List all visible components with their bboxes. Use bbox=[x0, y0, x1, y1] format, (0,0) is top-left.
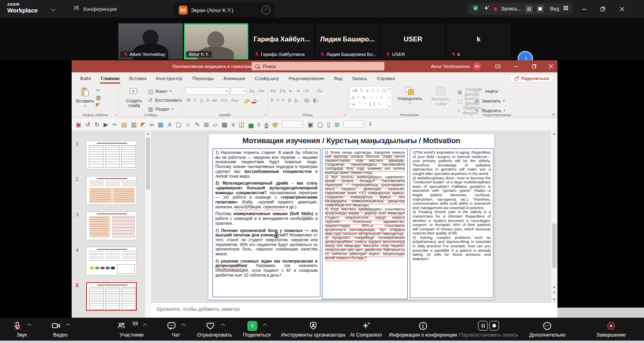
participant-tile[interactable]: Ainur K.Y. bbox=[184, 23, 248, 60]
align-right-icon[interactable]: ≡ bbox=[282, 97, 285, 103]
ribbon-tab-5[interactable]: Переходы bbox=[187, 74, 219, 83]
group-icon[interactable]: ▣ bbox=[308, 121, 313, 127]
slide-thumbnail-3[interactable]: 3 bbox=[86, 212, 137, 240]
group-objects-icon[interactable]: ◫ bbox=[239, 121, 245, 127]
line-spacing-icon[interactable]: ↕≡▾ bbox=[303, 88, 310, 94]
eraser-icon[interactable]: ◊ bbox=[257, 121, 260, 127]
link-icon[interactable]: ∞ bbox=[149, 121, 154, 127]
text-direction-icon[interactable]: ↓A▾ bbox=[316, 88, 323, 94]
chevron-up-icon[interactable] bbox=[27, 323, 31, 328]
section-button[interactable]: Раздел bbox=[155, 107, 169, 111]
slide-text-column-russian[interactable]: 1) Население планеты стареет. В какой бы… bbox=[213, 148, 320, 297]
layout-button[interactable]: Макет bbox=[155, 89, 167, 94]
search-input[interactable]: Поиск bbox=[252, 62, 384, 70]
arrange-button[interactable]: Упорядочить▾ bbox=[395, 86, 424, 114]
slide-thumbnail-1[interactable]: 1 bbox=[86, 141, 137, 169]
slide-thumbnail-4[interactable]: 4 bbox=[86, 247, 137, 275]
font-size-box[interactable]: ▾ bbox=[282, 121, 303, 128]
pause-recording-button[interactable] bbox=[525, 5, 533, 13]
font-name-select[interactable]: ▾ bbox=[185, 87, 229, 95]
numbering-icon[interactable]: 1≡▾ bbox=[279, 88, 286, 94]
align-center-icon[interactable]: ≡ bbox=[276, 97, 279, 103]
ribbon-tab-1[interactable]: Файл bbox=[75, 74, 96, 83]
ungroup-icon[interactable]: ▢ bbox=[317, 121, 323, 127]
chevron-up-icon[interactable] bbox=[181, 323, 186, 328]
ribbon-tab-6[interactable]: Анимация bbox=[219, 74, 250, 83]
star-icon[interactable]: ☆ bbox=[185, 121, 190, 127]
undo-icon[interactable]: ↺ bbox=[85, 121, 91, 127]
new-file-icon[interactable]: ▯ bbox=[327, 121, 330, 127]
next-slide-button[interactable]: ▼ bbox=[551, 291, 557, 294]
copy-icon[interactable]: ▥ bbox=[96, 95, 101, 100]
thumbnail-scrollbar[interactable]: ▲ bbox=[145, 131, 151, 318]
editor-scrollbar[interactable]: ▲ ▲ ▼ ▼ bbox=[551, 131, 557, 302]
clipboard-dialog-launcher[interactable]: ⇘ bbox=[115, 113, 118, 117]
workspace-chevron-down-icon[interactable] bbox=[51, 6, 55, 11]
toolbar-share-button[interactable]: Поделиться bbox=[243, 320, 270, 338]
paste-button[interactable]: Вставить▾ bbox=[74, 86, 96, 109]
new-slide-button[interactable]: Создать слайд bbox=[122, 86, 147, 113]
collapse-ribbon-icon[interactable]: ∧ bbox=[552, 112, 555, 117]
align-left-icon[interactable]: ≡ bbox=[270, 97, 273, 103]
ppt-share-button[interactable]: Поделиться bbox=[510, 74, 553, 82]
start-slideshow-icon[interactable]: ▶ bbox=[103, 121, 108, 127]
participant-tile[interactable]: Гарифа Хайбул...Гарифа Хайбуллина bbox=[250, 23, 314, 60]
bring-forward-icon[interactable]: ▱ bbox=[213, 121, 218, 127]
toolbar-heart-button[interactable]: Отреагировать bbox=[197, 320, 232, 338]
participant-tile[interactable]: Aibek Yermekbay bbox=[118, 23, 183, 60]
paragraph-dialog-launcher[interactable]: ⇘ bbox=[343, 113, 346, 117]
duplicate-slide-icon[interactable]: ▩ bbox=[222, 121, 227, 127]
font-style-button-Ч[interactable]: Ч bbox=[198, 98, 204, 103]
font-color-icon[interactable]: А bbox=[264, 121, 268, 127]
ribbon-tab-11[interactable]: Справка bbox=[372, 74, 400, 83]
tab-shared-screen[interactable]: AK Экран (Ainur K.Y.) ⋯ bbox=[174, 2, 275, 18]
format-painter-icon[interactable]: ◤ bbox=[96, 102, 101, 107]
redo-icon[interactable]: ↻ bbox=[95, 121, 100, 127]
view-menu[interactable]: Вид bbox=[550, 6, 559, 12]
slide-thumbnail-2[interactable]: 2 bbox=[86, 176, 137, 205]
replace-button[interactable]: Заменить bbox=[482, 99, 501, 103]
toolbar-more-button[interactable]: Дополнительно bbox=[529, 320, 566, 338]
toolbar-camera-button[interactable]: Видео bbox=[51, 320, 70, 338]
grow-font-button[interactable]: A▴ bbox=[248, 88, 256, 94]
decrease-indent-icon[interactable]: ⇤ bbox=[289, 88, 293, 94]
cut-icon[interactable]: ✂ bbox=[96, 88, 101, 93]
view-grid-icon[interactable] bbox=[563, 5, 569, 13]
ribbon-tab-2[interactable]: Главная bbox=[96, 74, 124, 83]
toolbar-end-button[interactable]: Завершение bbox=[597, 320, 626, 338]
security-shield-icon[interactable] bbox=[472, 4, 479, 14]
reset-button[interactable]: Восстановить bbox=[155, 98, 182, 103]
screenshot-icon[interactable]: ▦ bbox=[158, 121, 163, 127]
ribbon-tab-7[interactable]: Слайд-шоу bbox=[250, 74, 284, 83]
font-style-button-S[interactable]: S bbox=[205, 98, 211, 103]
slide-canvas[interactable]: Мотивация изучения / Курстың маңыздылығы… bbox=[208, 134, 494, 300]
toolbar-info-button[interactable]: Информация о конференции bbox=[389, 320, 457, 338]
ribbon-tab-10[interactable]: Запись bbox=[347, 74, 372, 83]
stop-recording-button[interactable] bbox=[537, 5, 544, 13]
find-button[interactable]: Найти bbox=[486, 89, 498, 94]
table-icon[interactable]: ⊞ bbox=[204, 121, 209, 127]
tab-meeting[interactable]: Конференция bbox=[72, 0, 117, 18]
slide-thumbnail-5[interactable]: 5 bbox=[86, 282, 137, 311]
slide-text-column-kazakh[interactable]: 1) Әлем халқы картаюда. Хирургия немесе … bbox=[322, 148, 408, 299]
cut-icon[interactable]: ✂ bbox=[112, 121, 118, 127]
font-color-button[interactable]: А▾ bbox=[252, 98, 259, 103]
columns-icon[interactable]: ∥▾ bbox=[294, 97, 298, 103]
chevron-up-icon[interactable] bbox=[143, 323, 147, 328]
ribbon-tab-3[interactable]: Вставка bbox=[124, 74, 151, 83]
format-painter-icon[interactable]: ◤ bbox=[141, 121, 146, 127]
ribbon-display-options-icon[interactable] bbox=[490, 60, 506, 72]
account-area[interactable]: Ainur Yeshmanova AY bbox=[431, 60, 481, 72]
select-button[interactable]: Выделить bbox=[482, 108, 501, 113]
previous-slide-button[interactable]: ▲ bbox=[551, 285, 557, 289]
chevron-up-icon[interactable] bbox=[66, 323, 70, 328]
slide-title[interactable]: Мотивация изучения / Курстың маңыздылығы… bbox=[213, 136, 490, 145]
window-minimize-button[interactable] bbox=[575, 0, 593, 18]
quick-style-box[interactable]: ▾ bbox=[343, 121, 365, 128]
save-icon[interactable]: ▣ bbox=[76, 121, 81, 127]
more-commands-icon[interactable]: ▾ bbox=[369, 122, 371, 126]
highlighter-icon[interactable]: ab bbox=[272, 122, 278, 127]
increase-indent-icon[interactable]: ⇥ bbox=[296, 88, 300, 94]
participant-tile[interactable]: Лидия Баширо...Лидия Башировна Бо... bbox=[315, 23, 380, 60]
font-dialog-launcher[interactable]: ⇘ bbox=[264, 113, 267, 117]
